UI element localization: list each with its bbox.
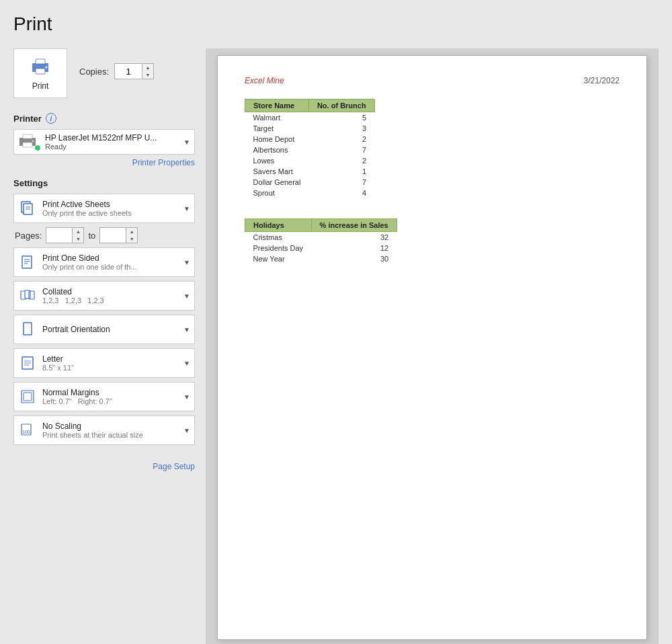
holiday-value-cell: 30 [311, 253, 396, 264]
printer-section-label: Printer i [13, 113, 195, 124]
preview-table-2: Holidays % increase in Sales Cristmas32P… [245, 218, 397, 264]
print-sheets-sub-label: Only print the active sheets [42, 209, 178, 217]
store-name-cell: Walmart [245, 112, 309, 124]
svg-point-7 [32, 140, 34, 143]
store-value-cell: 5 [308, 112, 374, 124]
ready-status-dot [34, 145, 41, 151]
print-sheets-caret: ▼ [183, 205, 190, 212]
pages-to-input[interactable] [100, 229, 126, 241]
pages-to-wrap: ▲ ▼ [99, 227, 138, 243]
collated-main-label: Collated [42, 287, 178, 296]
settings-section-label: Settings [13, 178, 195, 188]
printer-status: Ready [45, 143, 178, 151]
table-row: New Year30 [245, 253, 397, 264]
preview-table-1: Store Name No. of Brunch Walmart5Target3… [245, 99, 375, 198]
store-name-cell: Albertsons [245, 145, 309, 155]
pages-to-up[interactable]: ▲ [126, 228, 137, 235]
margins-caret: ▼ [183, 393, 190, 401]
copies-label: Copies: [79, 67, 109, 77]
printer-name: HP LaserJet M1522nf MFP U... [45, 133, 178, 143]
paper-size-dropdown[interactable]: Letter 8.5" x 11" ▼ [13, 348, 195, 378]
store-name-cell: Savers Mart [245, 166, 309, 177]
table2-col1-header: Holidays [245, 219, 312, 232]
holiday-value-cell: 12 [311, 243, 396, 253]
svg-rect-1 [36, 69, 45, 74]
svg-rect-2 [36, 59, 45, 64]
margins-main-label: Normal Margins [42, 388, 178, 397]
orientation-dropdown[interactable]: Portrait Orientation ▼ [13, 315, 195, 344]
collated-caret: ▼ [183, 292, 190, 300]
table1-col1-header: Store Name [245, 99, 309, 112]
pages-from-input[interactable] [46, 229, 72, 241]
pages-from-wrap: ▲ ▼ [46, 227, 84, 243]
copies-spinners: ▲ ▼ [142, 64, 153, 79]
paper-size-main-label: Letter [42, 354, 178, 364]
store-value-cell: 3 [308, 123, 374, 134]
table-row: Sprout4 [245, 188, 375, 198]
margins-icon [18, 389, 37, 404]
printer-section: Printer i HP LaserJet M1522n [13, 113, 195, 167]
store-value-cell: 7 [308, 145, 374, 155]
holiday-value-cell: 32 [311, 232, 396, 243]
svg-rect-6 [23, 134, 32, 138]
table-row: Walmart5 [245, 112, 375, 124]
print-sided-dropdown[interactable]: Print One Sided Only print on one side o… [13, 247, 195, 277]
page-setup-link[interactable]: Page Setup [153, 462, 195, 471]
table-row: Lowes2 [245, 155, 375, 166]
print-sheets-main-label: Print Active Sheets [42, 200, 178, 209]
scaling-sub-label: Print sheets at their actual size [42, 431, 178, 439]
pages-row: Pages: ▲ ▼ to ▲ ▼ [13, 227, 195, 243]
svg-point-3 [46, 66, 48, 68]
copies-up-button[interactable]: ▲ [142, 64, 153, 71]
store-name-cell: Lowes [245, 155, 309, 166]
svg-rect-19 [24, 323, 32, 335]
print-sheets-icon [18, 201, 37, 216]
margins-dropdown[interactable]: Normal Margins Left: 0.7" Right: 0.7" ▼ [13, 382, 195, 411]
store-name-cell: Home Depot [245, 134, 309, 145]
printer-info-icon[interactable]: i [46, 113, 56, 124]
table-row: Savers Mart1 [245, 166, 375, 177]
copies-input-wrap: ▲ ▼ [114, 63, 154, 79]
table-row: Cristmas32 [245, 232, 397, 243]
scaling-dropdown[interactable]: 100 No Scaling Print sheets at their act… [13, 415, 195, 445]
svg-rect-25 [24, 393, 32, 401]
holiday-name-cell: New Year [245, 253, 312, 264]
printer-properties-link[interactable]: Printer Properties [132, 158, 195, 167]
print-button[interactable]: Print [13, 48, 67, 98]
copies-down-button[interactable]: ▼ [142, 71, 153, 79]
svg-text:100: 100 [22, 430, 30, 434]
store-value-cell: 1 [308, 166, 374, 177]
collated-icon [18, 288, 37, 303]
pages-to-down[interactable]: ▼ [126, 235, 137, 243]
pages-to-label: to [88, 231, 95, 241]
print-sided-caret: ▼ [183, 259, 190, 266]
printer-selector[interactable]: HP LaserJet M1522nf MFP U... Ready ▼ [13, 129, 195, 155]
print-btn-label: Print [32, 81, 49, 91]
preview-page: Excel Mine 3/21/2022 Store Name No. of B… [217, 55, 647, 640]
copies-input[interactable] [115, 65, 142, 78]
preview-header: Excel Mine 3/21/2022 [245, 76, 620, 85]
printer-properties-link-wrap: Printer Properties [13, 157, 195, 167]
preview-title: Excel Mine [245, 76, 284, 85]
holiday-name-cell: Presidents Day [245, 243, 312, 253]
settings-section: Settings Print Active Sheets [13, 178, 195, 449]
store-value-cell: 2 [308, 134, 374, 145]
store-name-cell: Sprout [245, 188, 309, 198]
print-sided-icon [18, 255, 37, 270]
orientation-main-label: Portrait Orientation [42, 325, 178, 334]
pages-from-down[interactable]: ▼ [73, 235, 83, 243]
preview-date: 3/21/2022 [584, 76, 620, 85]
paper-size-icon [18, 356, 37, 370]
collated-dropdown[interactable]: Collated 1,2,3 1,2,3 1,2,3 ▼ [13, 281, 195, 311]
print-sheets-dropdown[interactable]: Print Active Sheets Only print the activ… [13, 194, 195, 223]
pages-from-up[interactable]: ▲ [73, 228, 83, 235]
print-icon [30, 56, 51, 80]
store-value-cell: 4 [308, 188, 374, 198]
svg-rect-5 [23, 143, 32, 147]
store-name-cell: Dollar General [245, 177, 309, 188]
table-row: Target3 [245, 123, 375, 134]
table1-col2-header: No. of Brunch [308, 99, 374, 112]
portrait-icon [18, 322, 37, 337]
scaling-main-label: No Scaling [42, 421, 178, 431]
table-row: Presidents Day12 [245, 243, 397, 253]
